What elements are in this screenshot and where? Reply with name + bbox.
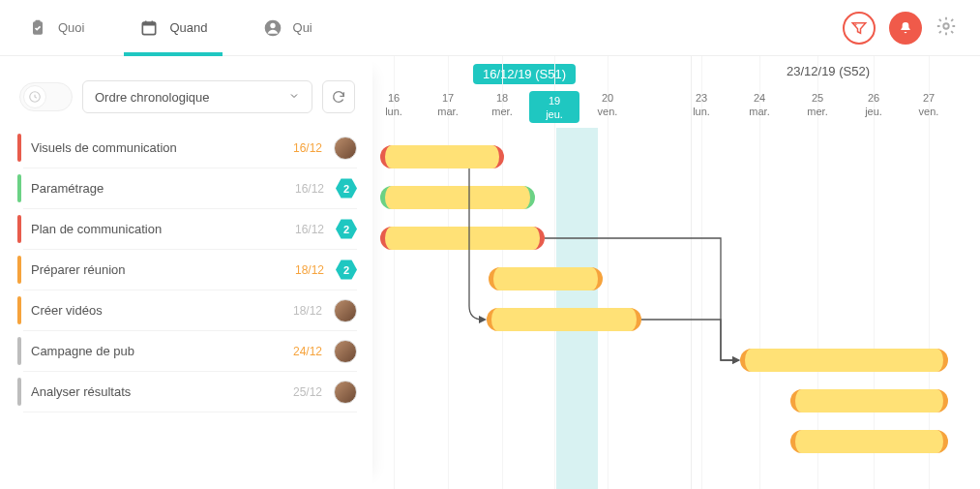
status-bar [17, 256, 21, 284]
status-bar [17, 174, 21, 202]
tab-label: Qui [293, 20, 312, 35]
assignee-count-badge: 2 [336, 260, 357, 281]
task-row[interactable]: Visuels de communication16/12 [23, 128, 357, 168]
status-bar [17, 215, 21, 243]
task-date: 16/12 [293, 141, 322, 155]
tab-quand[interactable]: Quand [111, 0, 234, 55]
task-panel: Ordre chronologique Visuels de communica… [0, 56, 372, 489]
settings-button[interactable] [935, 15, 957, 40]
task-date: 18/12 [293, 304, 322, 318]
sort-select[interactable]: Ordre chronologique [82, 80, 312, 113]
task-name: Campagne de pub [23, 344, 293, 358]
task-row[interactable]: Analyser résultats25/12 [23, 372, 357, 413]
svg-text:+: + [853, 19, 858, 28]
day-header: 27ven. [904, 91, 954, 118]
gantt-bar[interactable] [489, 267, 603, 290]
task-name: Visuels de communication [23, 140, 293, 155]
sort-label: Ordre chronologique [95, 90, 210, 105]
task-date: 24/12 [293, 345, 322, 358]
task-row[interactable]: Paramétrage16/122 [23, 168, 357, 209]
task-list: Visuels de communication16/12Paramétrage… [0, 125, 372, 413]
day-header: 24mar. [734, 91, 785, 118]
day-header: 18mer. [477, 91, 527, 118]
filter-plus-icon: + [850, 19, 868, 37]
avatar [334, 381, 357, 404]
top-actions: + [843, 12, 980, 45]
tab-label: Quand [169, 20, 207, 35]
refresh-button[interactable] [322, 80, 355, 113]
day-headers: 16lun.17mar.18mer.19jeu.20ven.23lun.24ma… [372, 91, 980, 130]
task-row[interactable]: Plan de communication16/122 [23, 209, 357, 250]
task-row[interactable]: Préparer réunion18/122 [23, 250, 357, 290]
gantt-bar[interactable] [487, 308, 641, 331]
day-header: 19jeu. [529, 91, 579, 123]
tab-qui[interactable]: Qui [235, 0, 340, 55]
assignee-count-badge: 2 [336, 219, 357, 240]
main: Ordre chronologique Visuels de communica… [0, 56, 980, 489]
status-bar [17, 296, 21, 324]
top-bar: Quoi Quand Qui + [0, 0, 980, 56]
task-date: 18/12 [295, 263, 324, 277]
avatar [334, 340, 357, 363]
day-header: 23lun. [676, 91, 727, 118]
gantt-chart[interactable]: 16/12/19 (S51) 23/12/19 (S52) 16lun.17ma… [372, 56, 980, 489]
task-date: 16/12 [295, 223, 324, 236]
person-icon [262, 17, 283, 39]
status-bar [17, 337, 21, 365]
avatar [334, 137, 357, 160]
task-name: Paramétrage [23, 181, 295, 196]
tab-label: Quoi [58, 20, 84, 35]
day-header: 16lun. [372, 91, 419, 118]
gantt-bar[interactable] [380, 227, 545, 250]
main-tabs: Quoi Quand Qui [0, 0, 340, 55]
gear-icon [935, 15, 957, 37]
task-name: Préparer réunion [23, 262, 295, 277]
task-row[interactable]: Créer vidéos18/12 [23, 290, 357, 331]
task-row[interactable]: Campagne de pub24/12 [23, 331, 357, 372]
tab-quoi[interactable]: Quoi [0, 0, 111, 55]
clipboard-icon [27, 17, 48, 39]
status-bar [17, 134, 21, 162]
task-name: Plan de communication [23, 222, 295, 236]
task-date: 16/12 [295, 182, 324, 196]
refresh-icon [331, 89, 346, 105]
chevron-down-icon [288, 90, 300, 105]
gantt-bar[interactable] [790, 389, 948, 413]
gantt-bar[interactable] [380, 145, 504, 168]
clock-icon [23, 85, 46, 108]
svg-rect-1 [36, 19, 41, 22]
day-header: 25mer. [792, 91, 843, 118]
svg-point-7 [270, 22, 275, 27]
bell-icon [898, 20, 913, 36]
notifications-button[interactable] [889, 12, 922, 45]
svg-rect-3 [143, 22, 156, 25]
add-filter-button[interactable]: + [843, 12, 876, 45]
status-bar [17, 378, 21, 406]
task-date: 25/12 [293, 385, 322, 399]
gantt-bar[interactable] [740, 349, 948, 372]
avatar [334, 299, 357, 322]
gantt-bar[interactable] [790, 430, 948, 453]
day-header: 26jeu. [848, 91, 899, 118]
svg-point-9 [943, 23, 949, 29]
task-name: Créer vidéos [23, 303, 293, 318]
gantt-bar[interactable] [380, 186, 535, 209]
task-toolbar: Ordre chronologique [0, 56, 372, 125]
task-name: Analyser résultats [23, 384, 293, 399]
history-toggle[interactable] [19, 82, 73, 111]
day-header: 20ven. [582, 91, 633, 118]
assignee-count-badge: 2 [336, 178, 357, 199]
day-header: 17mar. [423, 91, 473, 118]
calendar-icon [138, 17, 160, 39]
